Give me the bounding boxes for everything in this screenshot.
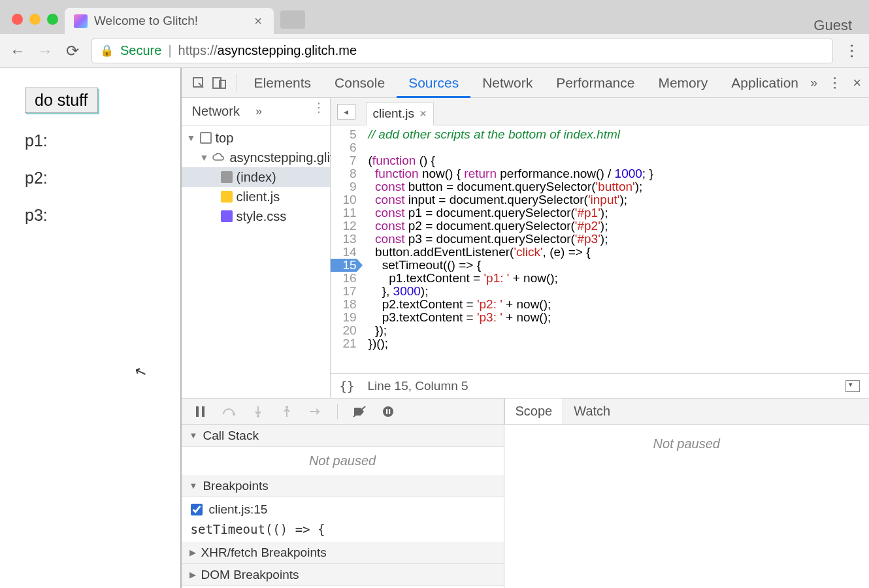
file-tab-client-js[interactable]: client.js × [366, 102, 434, 125]
favicon-icon [74, 14, 88, 28]
svg-point-6 [257, 415, 259, 417]
browser-tab[interactable]: Welcome to Glitch! × [65, 8, 274, 34]
breakpoint-code: setTimeout(() => { [182, 522, 504, 542]
maximize-window-icon[interactable] [47, 14, 58, 25]
tab-scope[interactable]: Scope [504, 398, 564, 424]
p3-label: p3: [25, 206, 180, 225]
close-window-icon[interactable] [12, 14, 23, 25]
step-into-icon[interactable] [251, 404, 265, 419]
cursor-position: Line 15, Column 5 [367, 379, 468, 393]
svg-rect-9 [386, 409, 387, 414]
p2-label: p2: [25, 169, 180, 188]
pretty-print-icon[interactable]: {} [340, 379, 355, 393]
devtools-menu-icon[interactable]: ⋯ [827, 76, 844, 90]
do-stuff-button[interactable]: do stuff [25, 88, 98, 113]
svg-point-5 [233, 413, 235, 416]
p1-label: p1: [25, 131, 180, 150]
breakpoint-row[interactable]: client.js:15 [182, 497, 504, 522]
devtools: Elements Console Sources Network Perform… [182, 68, 869, 588]
reload-button[interactable]: ⟳ [64, 42, 81, 60]
tab-watch[interactable]: Watch [563, 399, 621, 424]
breakpoint-checkbox[interactable] [191, 504, 203, 515]
tree-file-index[interactable]: (index) [182, 167, 330, 187]
close-tab-icon[interactable]: × [252, 14, 265, 29]
address-bar[interactable]: 🔒 Secure | https://asyncstepping.glitch.… [91, 39, 833, 63]
js-file-icon [221, 191, 233, 203]
tab-console[interactable]: Console [323, 68, 397, 98]
browser-tab-strip: Welcome to Glitch! × Guest [0, 0, 869, 34]
inspect-icon[interactable] [189, 74, 208, 92]
tab-sources[interactable]: Sources [397, 68, 470, 98]
callstack-header[interactable]: ▼Call Stack [182, 425, 504, 447]
close-devtools-icon[interactable]: × [853, 74, 861, 91]
source-editor: ◂ client.js × 56789101112131415161718192… [331, 98, 869, 398]
breakpoints-header[interactable]: ▼Breakpoints [182, 475, 504, 497]
window-icon [200, 132, 212, 144]
xhr-breakpoints-header[interactable]: ▶XHR/fetch Breakpoints [182, 542, 504, 564]
browser-toolbar: ← → ⟳ 🔒 Secure | https://asyncstepping.g… [0, 34, 869, 68]
pause-on-exceptions-icon[interactable] [381, 404, 395, 419]
tab-elements[interactable]: Elements [242, 68, 323, 98]
document-icon [221, 171, 233, 183]
forward-button[interactable]: → [37, 42, 54, 60]
line-gutter[interactable]: 56789101112131415161718192021 [331, 125, 361, 373]
collapse-editor-icon[interactable] [845, 380, 860, 392]
svg-rect-4 [202, 406, 205, 417]
url-text: https://asyncstepping.glitch.me [178, 43, 357, 58]
window-controls [8, 14, 65, 34]
pause-icon[interactable] [193, 404, 208, 419]
tab-network[interactable]: Network [470, 68, 544, 98]
device-mode-icon[interactable] [210, 74, 229, 92]
tree-file-style-css[interactable]: style.css [182, 206, 330, 226]
lock-icon: 🔒 [100, 44, 114, 57]
close-file-icon[interactable]: × [419, 106, 427, 121]
tree-domain[interactable]: ▼ asyncstepping.glitc [182, 148, 330, 167]
sources-navigator: Network » ⋯ ▼ top ▼ asyncstepping.glitc [182, 98, 331, 398]
svg-point-7 [286, 406, 288, 408]
tab-performance[interactable]: Performance [544, 68, 646, 98]
profile-label[interactable]: Guest [813, 10, 869, 34]
tab-application[interactable]: Application [719, 68, 810, 98]
page-content: do stuff p1: p2: p3: ↖ [0, 68, 182, 588]
more-tabs-icon[interactable]: » [810, 75, 817, 90]
tree-top[interactable]: ▼ top [182, 128, 330, 148]
navigator-tab-network[interactable]: Network [192, 104, 240, 119]
css-file-icon [221, 210, 233, 222]
step-out-icon[interactable] [280, 404, 294, 419]
file-tree: ▼ top ▼ asyncstepping.glitc (index) [182, 125, 330, 229]
show-navigator-icon[interactable]: ◂ [337, 104, 355, 120]
dom-breakpoints-header[interactable]: ▶DOM Breakpoints [182, 564, 504, 586]
cursor-icon: ↖ [132, 362, 149, 382]
svg-point-8 [383, 406, 393, 417]
debugger-right-panel: Scope Watch Not paused [504, 399, 869, 588]
tab-memory[interactable]: Memory [646, 68, 719, 98]
secure-label: Secure [120, 43, 161, 58]
breakpoint-location: client.js:15 [209, 502, 268, 517]
step-icon[interactable] [308, 404, 323, 419]
devtools-tabs: Elements Console Sources Network Perform… [182, 68, 869, 98]
navigator-menu-icon[interactable]: ⋯ [312, 101, 327, 122]
callstack-empty: Not paused [182, 447, 504, 475]
deactivate-breakpoints-icon[interactable] [352, 404, 367, 419]
debugger-toolbar [182, 399, 504, 425]
step-over-icon[interactable] [222, 404, 237, 419]
editor-status-bar: {} Line 15, Column 5 [331, 373, 869, 398]
tree-file-client-js[interactable]: client.js [182, 187, 330, 206]
back-button[interactable]: ← [9, 42, 26, 60]
new-tab-button[interactable] [280, 10, 305, 29]
navigator-more-icon[interactable]: » [252, 105, 266, 118]
scope-empty: Not paused [504, 425, 869, 458]
tab-title: Welcome to Glitch! [94, 14, 245, 28]
debugger-left-panel: ▼Call Stack Not paused ▼Breakpoints clie… [182, 399, 504, 588]
svg-rect-10 [389, 409, 390, 414]
svg-rect-3 [196, 406, 199, 417]
code-area[interactable]: // add other scripts at the bottom of in… [361, 125, 869, 373]
browser-menu-icon[interactable]: ⋯ [843, 42, 861, 59]
cloud-icon [212, 150, 225, 165]
minimize-window-icon[interactable] [29, 14, 41, 25]
